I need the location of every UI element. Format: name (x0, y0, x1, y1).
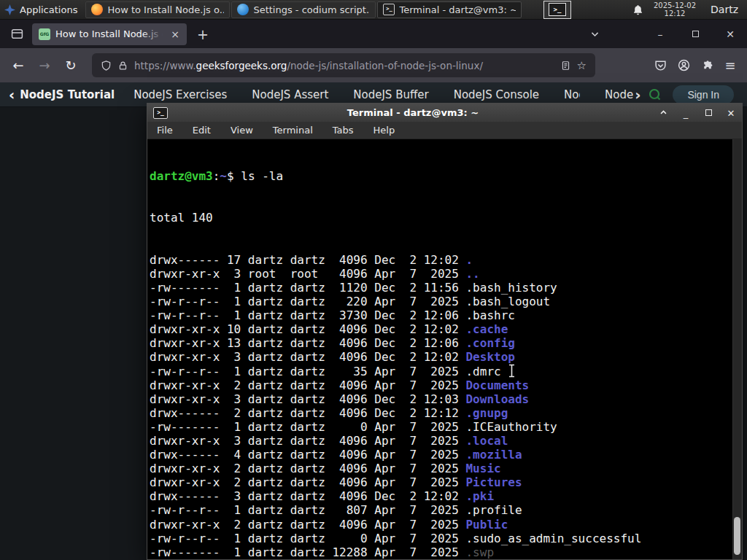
terminal-line: drwxr-xr-x 2 dartz dartz 4096 Apr 7 2025… (150, 518, 732, 532)
nav-tutorial-link[interactable]: NodeJS Tutorial (20, 88, 115, 101)
tracking-shield-icon[interactable] (101, 60, 112, 71)
terminal-icon: >_ (383, 4, 395, 15)
tab-bar: GfG How to Install Node.js on × + – ✕ (0, 20, 747, 48)
terminal-scrollbar-thumb[interactable] (734, 517, 740, 555)
file-name: .pki (465, 489, 494, 503)
menu-terminal[interactable]: Terminal (273, 125, 313, 136)
applications-icon (4, 4, 15, 15)
tab-close-icon[interactable]: × (168, 27, 182, 42)
terminal-line: drwxr-xr-x 3 dartz dartz 4096 Apr 7 2025… (150, 434, 732, 448)
nav-chevron-right-icon[interactable]: › (635, 86, 640, 104)
menu-view[interactable]: View (231, 125, 253, 136)
terminal-line: drwxr-xr-x 13 dartz dartz 4096 Dec 2 12:… (150, 336, 732, 350)
terminal-line: -rw------- 1 dartz dartz 0 Apr 7 2025 .I… (150, 420, 732, 434)
geeksforgeeks-favicon: GfG (39, 28, 50, 40)
top-panel: Applications How to Install Node.js o...… (0, 0, 747, 20)
terminal-line: -rw-r--r-- 1 dartz dartz 3730 Dec 2 12:0… (150, 308, 732, 322)
menu-hamburger-icon[interactable]: ≡ (719, 55, 741, 77)
file-name: Public (465, 518, 508, 532)
window-minimize-button[interactable]: – (652, 26, 668, 42)
file-name: .swp (465, 545, 494, 559)
search-icon[interactable] (648, 88, 662, 102)
nav-chevron-left-icon[interactable]: ‹ (9, 90, 15, 100)
firefox-icon (91, 4, 103, 15)
terminal-menu-bar: File Edit View Terminal Tabs Help (147, 122, 742, 139)
user-menu[interactable]: Dartz (706, 4, 743, 15)
menu-edit[interactable]: Edit (193, 125, 211, 136)
sign-in-button[interactable]: Sign In (673, 85, 734, 104)
tab-active[interactable]: GfG How to Install Node.js on × (32, 23, 187, 45)
terminal-line: drwx------ 3 dartz dartz 4096 Dec 2 12:0… (150, 489, 732, 503)
system-tray: 2025-12-02 12:12 Dartz (632, 1, 747, 18)
terminal-scrollbar[interactable] (732, 139, 742, 559)
terminal-line: -rw-r--r-- 1 dartz dartz 35 Apr 7 2025 .… (150, 365, 732, 378)
menu-help[interactable]: Help (374, 125, 395, 136)
file-name: .bashrc (465, 308, 514, 322)
reload-button[interactable]: ↻ (58, 54, 83, 77)
lock-icon[interactable] (118, 61, 128, 71)
taskbar-button[interactable]: >_Terminal - dartz@vm3: ~ (377, 1, 522, 18)
navigation-toolbar: ← → ↻ https://www.geeksforgeeks.org/node… (0, 48, 747, 82)
site-nav-link[interactable]: NodeJS Exercises (133, 88, 227, 101)
panel-clock[interactable]: 2025-12-02 12:12 (654, 1, 696, 18)
list-all-tabs-icon[interactable] (587, 26, 603, 42)
file-name: .profile (465, 503, 522, 517)
terminal-line: -rw-r--r-- 1 dartz dartz 220 Apr 7 2025 … (150, 295, 732, 308)
terminal-total-line: total 140 (150, 211, 732, 225)
file-name: . (465, 253, 473, 267)
terminal-line: drwxr-xr-x 2 dartz dartz 4096 Apr 7 2025… (150, 462, 732, 475)
file-name: .local (465, 434, 508, 448)
text-cursor (465, 350, 516, 394)
applications-menu[interactable]: Applications (0, 0, 85, 19)
reader-mode-icon[interactable] (561, 61, 570, 71)
terminal-icon: >_ (549, 3, 566, 16)
account-icon[interactable] (673, 55, 694, 77)
firefox-view-icon[interactable] (6, 25, 28, 44)
file-name: .mozilla (465, 448, 522, 462)
bookmark-star-icon[interactable]: ☆ (577, 59, 587, 72)
terminal-close-button[interactable]: ✕ (726, 108, 736, 118)
clock-time: 12:12 (654, 9, 696, 18)
site-nav-link[interactable]: NodeJS Buffer (353, 88, 428, 101)
terminal-line: -rw-r--r-- 1 dartz dartz 0 Apr 7 2025 .s… (150, 532, 732, 545)
file-name: .config (465, 336, 514, 350)
terminal-line: drwxr-xr-x 2 dartz dartz 4096 Apr 7 2025… (150, 378, 732, 392)
taskbar-button[interactable]: How to Install Node.js o... (85, 1, 230, 18)
back-button[interactable]: ← (6, 54, 31, 77)
menu-file[interactable]: File (157, 125, 173, 136)
extensions-puzzle-icon[interactable] (696, 55, 718, 77)
terminal-launcher[interactable]: >_ (543, 1, 571, 19)
taskbar: How to Install Node.js o...Settings - co… (85, 0, 522, 19)
notification-bell-icon[interactable] (632, 4, 643, 15)
window-close-button[interactable]: ✕ (722, 26, 738, 42)
taskbar-button[interactable]: Settings - codium script... (231, 1, 376, 18)
menu-tabs[interactable]: Tabs (333, 125, 354, 136)
window-maximize-button[interactable] (687, 26, 703, 42)
url-bar[interactable]: https://www.geeksforgeeks.org/node-js/in… (92, 53, 595, 77)
terminal-output[interactable]: dartz@vm3:~$ ls -la total 140 drwx------… (147, 139, 742, 559)
new-tab-button[interactable]: + (193, 24, 213, 44)
terminal-prompt-line: dartz@vm3:~$ ls -la (150, 169, 732, 183)
terminal-line: -rw-r--r-- 1 dartz dartz 807 Apr 7 2025 … (150, 503, 732, 517)
site-nav-link[interactable]: NodeJS Assert (252, 88, 328, 101)
terminal-listing: drwx------ 17 dartz dartz 4096 Dec 2 12:… (150, 253, 732, 559)
terminal-line: -rw------- 1 dartz dartz 1120 Dec 2 11:5… (150, 281, 732, 295)
terminal-shade-button[interactable] (658, 108, 668, 118)
terminal-line: -rw------- 1 dartz dartz 12288 Apr 7 202… (150, 545, 732, 559)
taskbar-button-label: How to Install Node.js o... (107, 4, 224, 15)
forward-button[interactable]: → (32, 54, 57, 77)
site-nav-items: NodeJS ExercisesNodeJS AssertNodeJS Buff… (133, 88, 580, 101)
file-name: .bash_history (465, 281, 557, 295)
nav-truncated-link[interactable]: Node (605, 88, 633, 101)
terminal-minimize-button[interactable]: _ (681, 108, 691, 118)
tab-title: How to Install Node.js on (55, 28, 163, 39)
terminal-title-bar[interactable]: >_ Terminal - dartz@vm3: ~ _ ✕ (147, 104, 742, 122)
file-name: .sudo_as_admin_successful (465, 532, 641, 545)
terminal-maximize-button[interactable] (703, 108, 713, 118)
site-nav-link[interactable]: NodeJS Console (454, 88, 539, 101)
site-nav-link[interactable]: NodeJS Crypto (564, 88, 580, 101)
url-text: https://www.geeksforgeeks.org/node-js/in… (134, 60, 554, 71)
pocket-icon[interactable] (649, 55, 671, 77)
applications-label: Applications (20, 4, 77, 15)
terminal-line: drwxr-xr-x 3 root root 4096 Apr 7 2025 .… (150, 267, 732, 281)
